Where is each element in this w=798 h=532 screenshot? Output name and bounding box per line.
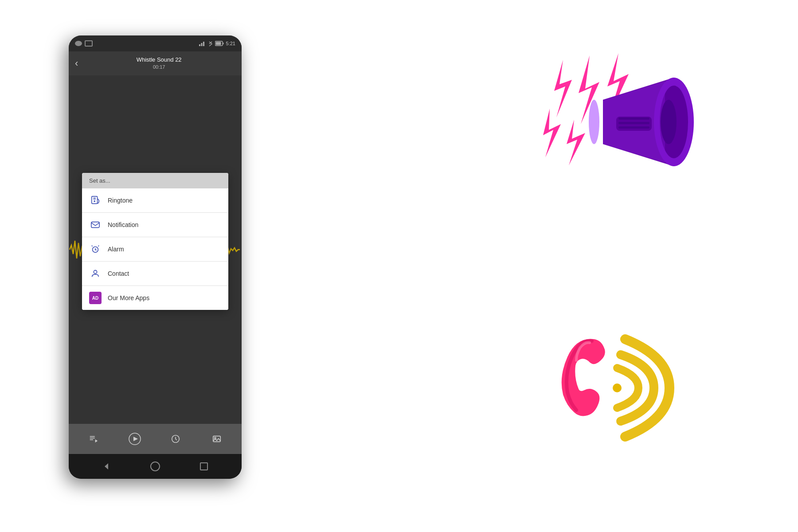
notification-item[interactable]: Notification	[82, 213, 228, 237]
svg-line-15	[98, 246, 99, 246]
bluetooth-icon	[208, 40, 213, 47]
alarm-icon	[89, 243, 102, 255]
playlist-button[interactable]	[85, 430, 102, 447]
ringtone-icon	[89, 194, 102, 207]
svg-marker-26	[105, 463, 108, 469]
phone-body: Set as... Ringtone	[69, 75, 242, 424]
svg-marker-31	[567, 120, 585, 165]
svg-marker-27	[554, 60, 572, 117]
tablet-icon	[85, 40, 93, 47]
back-button[interactable]: ‹	[75, 58, 78, 69]
status-bar: 5:21	[69, 35, 242, 51]
svg-marker-30	[543, 109, 561, 157]
notification-label: Notification	[108, 221, 138, 228]
track-title: Whistle Sound 22	[82, 56, 235, 64]
svg-point-40	[613, 383, 622, 392]
more-apps-item[interactable]: AD Our More Apps	[82, 286, 228, 310]
megaphone-graphic	[523, 51, 709, 237]
svg-rect-5	[215, 42, 221, 45]
megaphone-svg	[523, 51, 709, 219]
svg-rect-1	[201, 43, 202, 46]
scene: 5:21 ‹ Whistle Sound 22 00:17	[0, 0, 798, 532]
more-apps-label: Our More Apps	[108, 294, 149, 301]
history-button[interactable]	[167, 430, 184, 447]
svg-rect-10	[91, 222, 99, 228]
svg-point-35	[661, 100, 677, 144]
time-display: 5:21	[226, 41, 235, 46]
svg-marker-22	[133, 437, 138, 441]
phone-device: 5:21 ‹ Whistle Sound 22 00:17	[69, 35, 242, 479]
svg-rect-37	[618, 117, 649, 120]
signal-icon	[199, 41, 206, 46]
phone-outer: 5:21 ‹ Whistle Sound 22 00:17	[69, 35, 242, 479]
contact-item[interactable]: Contact	[82, 262, 228, 286]
svg-point-16	[94, 270, 97, 274]
ringtone-item[interactable]: Ringtone	[82, 188, 228, 213]
set-as-popup: Set as... Ringtone	[82, 173, 228, 310]
notification-icon	[89, 219, 102, 231]
image-button[interactable]	[208, 430, 225, 447]
camera-icon	[75, 41, 82, 46]
ringtone-svg	[532, 313, 700, 463]
track-duration: 00:17	[82, 64, 235, 70]
battery-icon	[215, 41, 224, 46]
contact-label: Contact	[108, 270, 129, 277]
ad-icon: AD	[89, 292, 102, 304]
recent-nav-button[interactable]	[199, 461, 209, 472]
action-bar: ‹ Whistle Sound 22 00:17	[69, 51, 242, 75]
svg-point-9	[94, 200, 95, 202]
svg-point-36	[589, 100, 599, 144]
svg-rect-38	[618, 122, 649, 124]
popup-header: Set as...	[82, 173, 228, 188]
home-nav-button[interactable]	[150, 461, 160, 472]
svg-marker-20	[95, 439, 98, 442]
ringtone-label: Ringtone	[108, 197, 133, 204]
svg-rect-39	[618, 126, 649, 129]
svg-rect-0	[199, 44, 200, 46]
status-bar-right: 5:21	[199, 40, 235, 47]
bottom-toolbar	[69, 424, 242, 454]
back-nav-button[interactable]	[101, 461, 112, 472]
play-button[interactable]	[126, 430, 143, 447]
graphics-area	[461, 22, 771, 510]
status-bar-left	[75, 40, 93, 47]
contact-icon	[89, 267, 102, 280]
svg-line-14	[92, 246, 93, 246]
nav-bar	[69, 454, 242, 479]
ringtone-graphic	[532, 313, 700, 481]
svg-rect-2	[203, 42, 204, 46]
action-bar-title: Whistle Sound 22 00:17	[82, 56, 235, 70]
svg-rect-6	[92, 196, 98, 204]
svg-rect-4	[223, 43, 223, 44]
alarm-label: Alarm	[108, 246, 124, 253]
alarm-item[interactable]: Alarm	[82, 237, 228, 262]
